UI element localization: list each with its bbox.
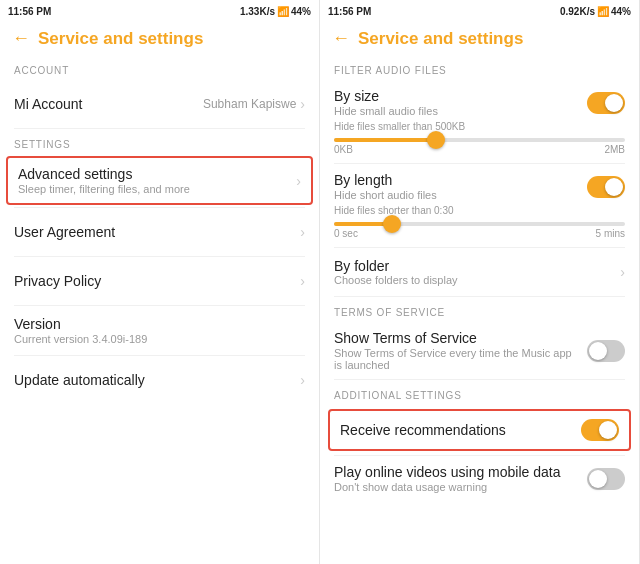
account-section-label: ACCOUNT (0, 55, 319, 80)
right-panel-content: FILTER AUDIO FILES By size Hide small au… (320, 55, 639, 564)
by-folder-title: By folder (334, 258, 458, 274)
play-online-videos-toggle[interactable] (587, 468, 625, 490)
privacy-policy-title: Privacy Policy (14, 273, 300, 289)
play-online-videos-subtitle: Don't show data usage warning (334, 481, 577, 493)
additional-section-label: ADDITIONAL SETTINGS (320, 380, 639, 405)
by-length-subtitle: Hide short audio files (334, 189, 437, 201)
privacy-policy-chevron: › (300, 273, 305, 289)
by-size-max: 2MB (604, 144, 625, 155)
mi-account-title: Mi Account (14, 96, 203, 112)
settings-section-label: SETTINGS (0, 129, 319, 154)
show-terms-toggle-thumb (589, 342, 607, 360)
right-battery: 44% (611, 6, 631, 17)
by-size-min: 0KB (334, 144, 353, 155)
update-auto-title: Update automatically (14, 372, 300, 388)
left-status-bar: 11:56 PM 1.33K/s 📶 44% (0, 0, 319, 22)
play-online-videos-header: Play online videos using mobile data Don… (334, 464, 625, 493)
left-back-arrow[interactable]: ← (12, 28, 30, 49)
by-size-toggle-thumb (605, 94, 623, 112)
left-panel: 11:56 PM 1.33K/s 📶 44% ← Service and set… (0, 0, 320, 564)
update-auto-text: Update automatically (14, 372, 300, 388)
user-agreement-text: User Agreement (14, 224, 300, 240)
right-network: 0.92K/s (560, 6, 595, 17)
left-panel-title: Service and settings (38, 29, 203, 49)
left-battery: 44% (291, 6, 311, 17)
by-length-slider-label: Hide files shorter than 0:30 (334, 205, 625, 216)
by-size-text: By size Hide small audio files (334, 88, 438, 117)
by-length-row: By length Hide short audio files Hide fi… (320, 164, 639, 247)
receive-recommendations-toggle[interactable] (581, 419, 619, 441)
right-back-arrow[interactable]: ← (332, 28, 350, 49)
show-terms-subtitle: Show Terms of Service every time the Mus… (334, 347, 577, 371)
right-signal: 📶 (597, 6, 609, 17)
play-online-videos-text: Play online videos using mobile data Don… (334, 464, 587, 493)
by-length-min: 0 sec (334, 228, 358, 239)
right-status-bar: 11:56 PM 0.92K/s 📶 44% (320, 0, 639, 22)
version-subtitle: Current version 3.4.09i-189 (14, 333, 305, 345)
right-status-right: 0.92K/s 📶 44% (560, 6, 631, 17)
by-folder-row[interactable]: By folder Choose folders to display › (320, 248, 639, 296)
show-terms-text: Show Terms of Service Show Terms of Serv… (334, 330, 587, 371)
right-time: 11:56 PM (328, 6, 371, 17)
by-size-title: By size (334, 88, 438, 104)
advanced-settings-text: Advanced settings Sleep timer, filtering… (18, 166, 296, 195)
play-online-videos-toggle-thumb (589, 470, 607, 488)
by-length-text: By length Hide short audio files (334, 172, 437, 201)
left-network: 1.33K/s (240, 6, 275, 17)
by-length-toggle-thumb (605, 178, 623, 196)
by-length-slider-thumb[interactable] (383, 215, 401, 233)
left-time: 11:56 PM (8, 6, 51, 17)
show-terms-header: Show Terms of Service Show Terms of Serv… (334, 330, 625, 371)
left-status-left: 11:56 PM (8, 6, 51, 17)
by-length-toggle[interactable] (587, 176, 625, 198)
by-size-toggle[interactable] (587, 92, 625, 114)
by-length-header: By length Hide short audio files (334, 172, 625, 201)
right-panel-title: Service and settings (358, 29, 523, 49)
privacy-policy-text: Privacy Policy (14, 273, 300, 289)
show-terms-toggle[interactable] (587, 340, 625, 362)
version-title: Version (14, 316, 305, 332)
left-status-right: 1.33K/s 📶 44% (240, 6, 311, 17)
by-size-row: By size Hide small audio files Hide file… (320, 80, 639, 163)
user-agreement-chevron: › (300, 224, 305, 240)
by-length-title: By length (334, 172, 437, 188)
by-size-subtitle: Hide small audio files (334, 105, 438, 117)
show-terms-title: Show Terms of Service (334, 330, 577, 346)
mi-account-item[interactable]: Mi Account Subham Kapiswe › (0, 80, 319, 128)
user-agreement-item[interactable]: User Agreement › (0, 208, 319, 256)
mi-account-text: Mi Account (14, 96, 203, 112)
receive-recommendations-title: Receive recommendations (340, 422, 506, 438)
advanced-settings-chevron: › (296, 173, 301, 189)
update-auto-item[interactable]: Update automatically › (0, 356, 319, 404)
right-status-left: 11:56 PM (328, 6, 371, 17)
filter-audio-label: FILTER AUDIO FILES (320, 55, 639, 80)
terms-section-label: TERMS OF SERVICE (320, 297, 639, 322)
mi-account-value: Subham Kapiswe (203, 97, 296, 111)
by-size-header: By size Hide small audio files (334, 88, 625, 117)
right-header: ← Service and settings (320, 22, 639, 55)
show-terms-row: Show Terms of Service Show Terms of Serv… (320, 322, 639, 379)
by-folder-subtitle: Choose folders to display (334, 274, 458, 286)
advanced-settings-title: Advanced settings (18, 166, 296, 182)
by-length-max: 5 mins (596, 228, 625, 239)
version-item: Version Current version 3.4.09i-189 (0, 306, 319, 355)
play-online-videos-title: Play online videos using mobile data (334, 464, 577, 480)
version-text: Version Current version 3.4.09i-189 (14, 316, 305, 345)
by-size-slider-label: Hide files smaller than 500KB (334, 121, 625, 132)
advanced-settings-item[interactable]: Advanced settings Sleep timer, filtering… (6, 156, 313, 205)
update-auto-chevron: › (300, 372, 305, 388)
by-size-slider-fill (334, 138, 436, 142)
left-header: ← Service and settings (0, 22, 319, 55)
user-agreement-title: User Agreement (14, 224, 300, 240)
by-length-slider-track[interactable] (334, 222, 625, 226)
receive-recommendations-toggle-thumb (599, 421, 617, 439)
advanced-settings-subtitle: Sleep timer, filtering files, and more (18, 183, 296, 195)
privacy-policy-item[interactable]: Privacy Policy › (0, 257, 319, 305)
by-size-slider-track[interactable] (334, 138, 625, 142)
mi-account-chevron: › (300, 96, 305, 112)
receive-recommendations-row[interactable]: Receive recommendations (328, 409, 631, 451)
by-folder-chevron: › (620, 264, 625, 280)
by-size-slider-thumb[interactable] (427, 131, 445, 149)
by-length-slider-labels: 0 sec 5 mins (334, 228, 625, 239)
left-signal: 📶 (277, 6, 289, 17)
